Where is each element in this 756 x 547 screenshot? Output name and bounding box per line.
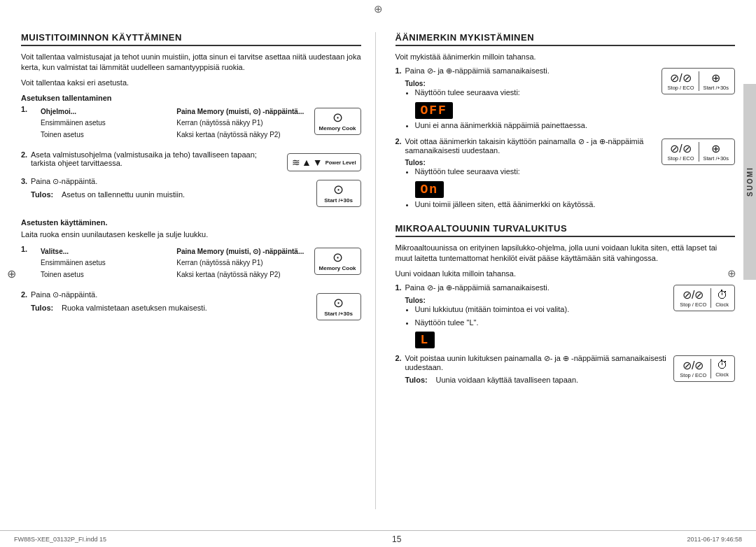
r-step2-num: 2. bbox=[396, 137, 405, 145]
memory-icon-2: ⊙ bbox=[332, 251, 343, 264]
left-section-title: MUISTITOIMINNON KÄYTTÄMINEN bbox=[21, 32, 361, 46]
stop-eco-icon-2: ⊘/⊘ bbox=[670, 142, 691, 155]
stop-eco-label-2: Stop / ECO bbox=[668, 155, 694, 162]
step1-num: 1. bbox=[21, 105, 31, 113]
t-step2-num: 2. bbox=[396, 354, 405, 362]
ustep1-row1-col1: Ensimmäinen asetus bbox=[41, 258, 171, 267]
footer: FW88S-XEE_03132P_FI.indd 15 15 2011-06-1… bbox=[0, 530, 756, 547]
left-intro1: Voit tallentaa valmistusajat ja tehot uu… bbox=[21, 52, 361, 73]
clock-label-2: Clock bbox=[715, 371, 729, 378]
memory-cook-button-2[interactable]: ⊙ Memory Cook bbox=[314, 248, 361, 275]
r-s2-bullet2: Uuni toimii jälleen siten, että äänimerk… bbox=[415, 199, 656, 210]
ustep1-col1-header: Valitse... bbox=[41, 248, 171, 255]
power-down-icon: ▼ bbox=[313, 157, 323, 168]
start-icon-r2: ⊕ bbox=[711, 142, 720, 155]
r-s2-bullet1: Näyttöön tulee seuraava viesti: bbox=[415, 166, 656, 177]
right-compass-icon: ⊕ bbox=[727, 267, 736, 280]
r-step1-num: 1. bbox=[396, 66, 405, 75]
memory-cook-button-1[interactable]: ⊙ Memory Cook bbox=[314, 108, 361, 135]
start-label-r1: Start /+30s bbox=[704, 85, 729, 91]
t-step1-tulos-label: Tulos: bbox=[405, 297, 668, 304]
start-button-2[interactable]: ⊙ Start /+30s bbox=[316, 293, 361, 320]
saving-heading: Asetuksen tallentaminen bbox=[21, 94, 361, 102]
stop-eco-start-combo-1[interactable]: ⊘/⊘ Stop / ECO ⊕ Start /+30s bbox=[662, 68, 735, 94]
step1-row2-col1: Toinen asetus bbox=[41, 130, 171, 139]
stop-eco-start-combo-2[interactable]: ⊘/⊘ Stop / ECO ⊕ Start /+30s bbox=[662, 138, 735, 165]
step2-num: 2. bbox=[21, 150, 31, 159]
footer-right: 2011-06-17 9:46:58 bbox=[687, 536, 742, 543]
display-off: OFF bbox=[415, 102, 453, 119]
right-section1-title: ÄÄNIMERKIN MYKISTÄMINEN bbox=[396, 32, 736, 46]
start-label-r2: Start /+30s bbox=[704, 155, 729, 162]
stop-eco-clock-combo-1[interactable]: ⊘/⊘ Stop / ECO ⏱ Clock bbox=[673, 285, 735, 311]
start-button-1[interactable]: ⊙ Start /+30s bbox=[316, 180, 361, 207]
display-l: L bbox=[415, 332, 435, 348]
step2-text: Aseta valmistusohjelma (valmistusaika ja… bbox=[31, 150, 280, 167]
start-label-1: Start /+30s bbox=[324, 197, 353, 204]
left-compass-icon: ⊕ bbox=[7, 267, 16, 280]
clock-icon-2: ⏱ bbox=[717, 359, 728, 371]
step1-col2-header: Paina Memory (muisti, ⊙) -näppäintä... bbox=[176, 108, 307, 115]
display-on: On bbox=[415, 181, 444, 198]
ustep1-row2-col2: Kaksi kertaa (näytössä näkyy P2) bbox=[176, 270, 307, 279]
start-icon-2: ⊙ bbox=[333, 297, 344, 309]
r-step2-tulos-label: Tulos: bbox=[405, 159, 656, 166]
t-step2-tulos-label: Tulos: bbox=[405, 376, 436, 384]
page: ⊕ ⊕ ⊕ SUOMI MUISTITOIMINNON KÄYTTÄMINEN … bbox=[0, 0, 756, 547]
ustep1-col2-header: Paina Memory (muisti, ⊙) -näppäintä... bbox=[176, 248, 307, 255]
top-compass-icon: ⊕ bbox=[0, 0, 756, 18]
t-s1-bullet2: Näyttöön tulee "L". bbox=[415, 318, 668, 328]
left-intro2: Voit tallentaa kaksi eri asetusta. bbox=[21, 78, 361, 88]
memory-cook-label-2: Memory Cook bbox=[319, 265, 356, 271]
step3-tulos-label: Tulos: bbox=[31, 190, 62, 199]
right-s1-intro: Voit mykistää äänimerkin milloin tahansa… bbox=[396, 52, 736, 62]
start-icon-r1: ⊕ bbox=[711, 71, 720, 85]
r-step1-text: Paina ⊘- ja ⊕-näppäimiä samanaikaisesti. bbox=[405, 66, 656, 76]
t-step1-num: 1. bbox=[396, 283, 405, 292]
power-level-icon: ≋ bbox=[292, 157, 300, 168]
ustep2-num: 2. bbox=[21, 290, 31, 299]
left-column: MUISTITOIMINNON KÄYTTÄMINEN Voit tallent… bbox=[21, 32, 376, 509]
stop-eco-label-1: Stop / ECO bbox=[668, 85, 694, 91]
ustep2-tulos-label: Tulos: bbox=[31, 304, 62, 312]
stop-eco-icon-1: ⊘/⊘ bbox=[670, 71, 691, 85]
ustep1-row1-col2: Kerran (näytössä näkyy P1) bbox=[176, 258, 307, 267]
ustep2-tulos-text: Ruoka valmistetaan asetuksen mukaisesti. bbox=[62, 304, 309, 312]
power-level-label: Power Level bbox=[326, 159, 356, 166]
footer-left: FW88S-XEE_03132P_FI.indd 15 bbox=[14, 536, 106, 543]
right-column: ÄÄNIMERKIN MYKISTÄMINEN Voit mykistää ää… bbox=[393, 32, 736, 509]
clock-label-1: Clock bbox=[715, 301, 729, 308]
step3-num: 3. bbox=[21, 177, 31, 185]
step3-tulos-text: Asetus on tallennettu uunin muistiin. bbox=[62, 190, 309, 199]
step1-row1-col2: Kerran (näytössä näkyy P1) bbox=[176, 118, 307, 127]
right-s2-intro2: Uuni voidaan lukita milloin tahansa. bbox=[396, 269, 736, 279]
step1-row2-col2: Kaksi kertaa (näytössä näkyy P2) bbox=[176, 130, 307, 139]
side-tab: SUOMI bbox=[743, 84, 756, 280]
start-label-2: Start /+30s bbox=[324, 311, 353, 317]
memory-icon-1: ⊙ bbox=[332, 111, 343, 124]
power-level-button[interactable]: ≋ ▲ ▼ Power Level bbox=[287, 153, 361, 171]
ustep1-row2-col1: Toinen asetus bbox=[41, 270, 171, 279]
ustep2-text: Paina ⊙-näppäintä. bbox=[31, 290, 309, 299]
clock-icon-1: ⏱ bbox=[717, 289, 728, 301]
step3-text: Paina ⊙-näppäintä. bbox=[31, 177, 309, 186]
t-s1-bullet1: Uuni lukkiutuu (mitään toimintoa ei voi … bbox=[415, 304, 668, 315]
step1-row1-col1: Ensimmäinen asetus bbox=[41, 118, 171, 127]
using-heading: Asetusten käyttäminen. bbox=[21, 218, 361, 227]
t-step2-text: Voit poistaa uunin lukituksen painamalla… bbox=[405, 354, 668, 371]
stop-eco-icon-3: ⊘/⊘ bbox=[682, 288, 704, 301]
page-number: 15 bbox=[106, 534, 687, 544]
t-step1-text: Paina ⊘- ja ⊕-näppäimiä samanaikaisesti. bbox=[405, 283, 668, 292]
power-up-icon: ▲ bbox=[302, 157, 312, 168]
right-section2-title: MIKROAALTOUUNIN TURVALUKITUS bbox=[396, 223, 736, 237]
start-icon-1: ⊙ bbox=[333, 183, 344, 196]
r-s1-bullet2: Uuni ei anna äänimerkkiä näppäimiä paine… bbox=[415, 120, 656, 131]
r-s1-bullet1: Näyttöön tulee seuraava viesti: bbox=[415, 87, 656, 98]
ustep1-num: 1. bbox=[21, 245, 31, 253]
stop-eco-icon-4: ⊘/⊘ bbox=[682, 359, 704, 372]
stop-eco-label-3: Stop / ECO bbox=[680, 301, 706, 308]
stop-eco-clock-combo-2[interactable]: ⊘/⊘ Stop / ECO ⏱ Clock bbox=[673, 355, 735, 382]
r-step1-tulos-label: Tulos: bbox=[405, 80, 656, 87]
right-s2-intro1: Mikroaaltouunissa on erityinen lapsilukk… bbox=[396, 243, 736, 264]
stop-eco-label-4: Stop / ECO bbox=[680, 372, 706, 378]
